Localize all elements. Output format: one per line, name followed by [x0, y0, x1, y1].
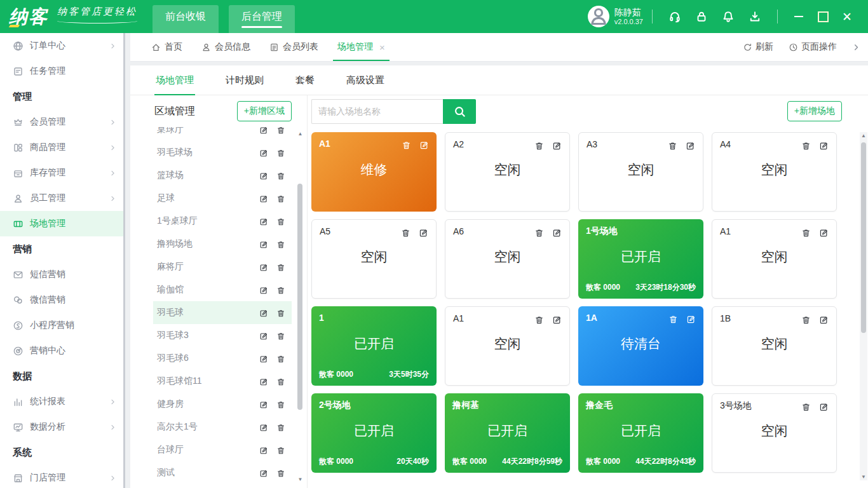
edit-region-button[interactable]: [259, 308, 268, 318]
region-row[interactable]: 羽毛球6: [153, 347, 292, 370]
delete-region-button[interactable]: [276, 170, 285, 180]
sidebar-item[interactable]: 门店管理: [0, 465, 125, 488]
region-row[interactable]: 测试: [153, 461, 292, 480]
region-row[interactable]: 瑜伽馆: [153, 278, 292, 301]
delete-venue-button[interactable]: [668, 140, 677, 151]
edit-region-button[interactable]: [259, 127, 268, 135]
scroll-up-arrow[interactable]: ▲: [297, 130, 304, 137]
region-row[interactable]: 羽毛球3: [153, 324, 292, 347]
venue-card[interactable]: 撸柯基已开启散客 000044天22时8分59秒: [445, 393, 570, 473]
edit-venue-button[interactable]: [819, 140, 829, 151]
scroll-down-arrow[interactable]: ▼: [297, 476, 304, 483]
edit-region-button[interactable]: [259, 353, 268, 363]
topnav-cashier-button[interactable]: 前台收银: [153, 5, 219, 33]
scrollbar-thumb[interactable]: [861, 142, 866, 333]
region-row[interactable]: 台球厅: [153, 438, 292, 461]
delete-region-button[interactable]: [276, 376, 285, 386]
delete-venue-button[interactable]: [668, 313, 678, 325]
venue-card[interactable]: A6空闲: [445, 219, 570, 299]
avatar[interactable]: [588, 6, 609, 27]
sidebar-item[interactable]: 场地管理: [0, 211, 125, 236]
venue-card[interactable]: 1B空闲: [712, 306, 837, 386]
sidebar-item[interactable]: 微信营销: [0, 287, 125, 313]
edit-venue-button[interactable]: [819, 314, 829, 325]
edit-region-button[interactable]: [259, 330, 268, 341]
tabstrip-tab[interactable]: 会员信息: [192, 33, 260, 61]
venue-card[interactable]: 1已开启散客 00003天5时35分: [311, 306, 437, 386]
venue-card[interactable]: A5空闲: [311, 219, 437, 299]
delete-region-button[interactable]: [276, 285, 285, 295]
lock-button[interactable]: [688, 10, 715, 23]
content-tab[interactable]: 高级设置: [345, 65, 386, 95]
delete-venue-button[interactable]: [801, 140, 811, 151]
sidebar-item[interactable]: 短信营销: [0, 262, 125, 287]
sidebar-item[interactable]: 商品管理: [0, 135, 125, 160]
add-venue-button[interactable]: +新增场地: [787, 101, 842, 121]
tabstrip-tab[interactable]: 会员列表: [260, 33, 328, 61]
edit-region-button[interactable]: [259, 468, 268, 478]
edit-region-button[interactable]: [259, 399, 268, 409]
delete-region-button[interactable]: [276, 468, 285, 478]
venue-card[interactable]: A4空闲: [712, 132, 837, 212]
delete-venue-button[interactable]: [534, 140, 544, 151]
region-row[interactable]: 篮球场: [153, 164, 292, 187]
tabstrip-tab[interactable]: 场地管理×: [328, 33, 395, 61]
delete-region-button[interactable]: [276, 330, 285, 341]
search-button[interactable]: [443, 99, 476, 124]
scroll-up-arrow[interactable]: ▲: [860, 132, 867, 139]
delete-venue-button[interactable]: [401, 227, 410, 238]
refresh-button[interactable]: 刷新: [743, 41, 773, 53]
venue-card[interactable]: 1A待清台: [578, 306, 703, 386]
venue-card[interactable]: 1号场地已开启散客 00003天23时18分30秒: [578, 219, 703, 299]
delete-region-button[interactable]: [276, 262, 285, 272]
minimize-button[interactable]: [787, 0, 811, 33]
region-row[interactable]: 撸狗场地: [153, 233, 292, 255]
delete-region-button[interactable]: [276, 422, 285, 432]
maximize-button[interactable]: [811, 0, 835, 33]
edit-region-button[interactable]: [259, 422, 268, 432]
search-input[interactable]: [311, 99, 443, 124]
delete-region-button[interactable]: [276, 127, 285, 135]
sidebar-item[interactable]: 统计报表: [0, 389, 125, 414]
venue-card[interactable]: 3号场地空闲: [712, 393, 837, 473]
sidebar-item[interactable]: 营销中心: [0, 338, 125, 363]
sidebar-item[interactable]: 库存管理: [0, 160, 125, 186]
region-row[interactable]: 桌球厅: [153, 127, 292, 141]
delete-region-button[interactable]: [276, 216, 285, 226]
edit-venue-button[interactable]: [552, 227, 562, 238]
venue-card[interactable]: A1维修: [311, 132, 437, 212]
venue-card[interactable]: A1空闲: [712, 219, 837, 299]
edit-venue-button[interactable]: [419, 139, 429, 151]
content-tab[interactable]: 计时规则: [224, 65, 265, 95]
customer-service-button[interactable]: [661, 10, 688, 23]
delete-region-button[interactable]: [276, 353, 285, 363]
add-region-button[interactable]: +新增区域: [237, 101, 292, 121]
notification-button[interactable]: [715, 10, 742, 23]
venue-card[interactable]: A3空闲: [578, 132, 703, 212]
scroll-down-arrow[interactable]: ▼: [860, 473, 867, 480]
edit-region-button[interactable]: [259, 216, 268, 226]
delete-venue-button[interactable]: [801, 227, 811, 238]
content-tab[interactable]: 场地管理: [154, 65, 195, 95]
edit-venue-button[interactable]: [419, 227, 428, 238]
edit-region-button[interactable]: [259, 285, 268, 295]
sidebar-item[interactable]: 会员管理: [0, 109, 125, 135]
edit-region-button[interactable]: [259, 376, 268, 386]
download-button[interactable]: [742, 10, 768, 23]
edit-venue-button[interactable]: [686, 140, 695, 151]
delete-venue-button[interactable]: [534, 227, 544, 238]
sidebar-item[interactable]: 小程序营销: [0, 313, 125, 338]
region-row[interactable]: 羽毛球场: [153, 141, 292, 164]
scrollbar-thumb[interactable]: [297, 184, 302, 410]
close-button[interactable]: ✕: [835, 0, 859, 33]
region-row[interactable]: 羽毛球馆11: [153, 370, 292, 393]
tabstrip-tab[interactable]: 首页: [142, 33, 192, 61]
edit-venue-button[interactable]: [686, 313, 696, 325]
delete-region-button[interactable]: [276, 147, 285, 158]
expand-chevron[interactable]: [852, 43, 860, 51]
edit-venue-button[interactable]: [552, 314, 562, 325]
delete-venue-button[interactable]: [801, 401, 811, 412]
region-row[interactable]: 麻将厅: [153, 255, 292, 278]
sidebar-item[interactable]: 订单中心: [0, 33, 125, 58]
topnav-backend-button[interactable]: 后台管理: [229, 5, 295, 33]
